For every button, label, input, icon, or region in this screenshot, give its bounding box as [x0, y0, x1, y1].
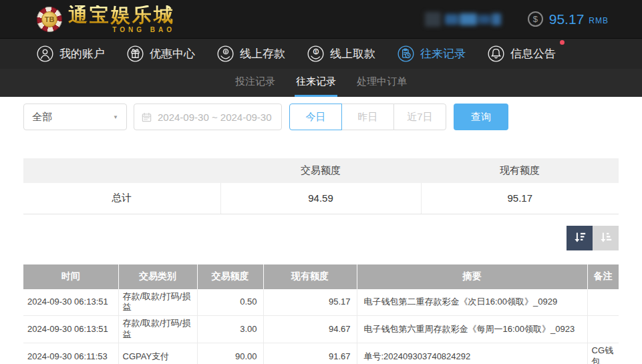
cell-summary: 电子钱包第六重周存款彩金《每周一16:00领取》_0923	[357, 316, 587, 343]
logo[interactable]: TB 通宝娱乐城 TONG BAO	[37, 5, 175, 33]
sort-ascending-icon	[599, 230, 613, 245]
dollar-glyph: $	[315, 49, 317, 54]
filter-bar: 全部 ▼ 2024-09-30 ~ 2024-09-30 今日 昨日 近7日 查…	[23, 104, 619, 130]
cell-summary: 单号:202409303740824292	[357, 343, 587, 364]
nav-label: 往来记录	[420, 46, 466, 61]
nav-label: 信息公告	[510, 46, 556, 61]
nav-item-online-deposit[interactable]: 线上存款	[217, 45, 285, 62]
query-button[interactable]: 查询	[454, 104, 508, 130]
cell-amount: 0.50	[197, 289, 263, 316]
col-header-amount: 交易额度	[197, 264, 263, 289]
content: 全部 ▼ 2024-09-30 ~ 2024-09-30 今日 昨日 近7日 查…	[0, 104, 642, 364]
summary-header-empty	[23, 158, 220, 183]
tab-transaction-records[interactable]: 往来记录	[295, 69, 337, 97]
sort-bar	[23, 226, 619, 250]
quick-range-group: 今日 昨日 近7日	[289, 104, 446, 130]
col-header-remark: 备注	[587, 264, 619, 289]
nav-item-transaction-records[interactable]: 往来记录	[397, 45, 466, 62]
col-header-time: 时间	[23, 264, 118, 289]
summary-total-label: 总计	[23, 183, 220, 214]
logo-subtitle: TONG BAO	[112, 27, 175, 33]
withdraw-hand-dollar-icon: $	[307, 45, 324, 62]
records-clipboard-icon	[397, 45, 414, 62]
date-range-input[interactable]: 2024-09-30 ~ 2024-09-30	[134, 104, 282, 130]
nav-item-my-account[interactable]: 我的账户	[37, 45, 105, 62]
summary-header-row: 交易额度 现有额度	[23, 158, 619, 183]
nav-item-announcements[interactable]: 信息公告	[488, 45, 556, 62]
sort-descending-button[interactable]	[567, 226, 593, 250]
cell-balance: 95.17	[263, 289, 357, 316]
logo-title: 通宝娱乐城	[68, 5, 175, 25]
nav-label: 线上存款	[240, 46, 285, 61]
cell-type: CGPAY支付	[118, 343, 197, 364]
bell-icon	[488, 45, 504, 62]
user-icon	[37, 45, 53, 62]
cell-remark	[587, 289, 619, 316]
col-header-type: 交易类别	[118, 264, 197, 289]
summary-transaction-total: 94.59	[220, 183, 421, 214]
cell-time: 2024-09-30 06:13:51	[23, 316, 118, 343]
gift-icon	[127, 45, 144, 62]
type-select-value: 全部	[32, 111, 52, 124]
sub-tab-bar: 投注记录 往来记录 处理中订单	[0, 69, 642, 97]
deposit-hand-coin-icon	[217, 45, 234, 62]
cell-type: 存款/取款/打码/损益	[118, 316, 197, 343]
calendar-icon	[141, 112, 152, 123]
cell-balance: 94.67	[263, 316, 357, 343]
range-today-button[interactable]: 今日	[289, 104, 342, 130]
header-right: $ 95.17 RMB	[425, 11, 609, 28]
records-table: 时间 交易类别 交易额度 现有额度 摘要 备注 2024-09-30 06:13…	[23, 264, 619, 364]
summary-header-current-amount: 现有额度	[421, 158, 619, 183]
cell-remark: CG钱包	[587, 343, 619, 364]
table-row: 2024-09-30 06:13:51 存款/取款/打码/损益 0.50 95.…	[23, 289, 619, 316]
cell-time: 2024-09-30 06:11:53	[23, 343, 118, 364]
nav-item-promotions[interactable]: 优惠中心	[127, 45, 195, 62]
chevron-down-icon: ▼	[113, 114, 118, 120]
cell-amount: 3.00	[197, 316, 263, 343]
col-header-summary: 摘要	[357, 264, 587, 289]
range-yesterday-button[interactable]: 昨日	[341, 104, 394, 130]
casino-chip-icon: TB	[37, 7, 62, 32]
notification-dot	[560, 40, 565, 45]
table-row: 2024-09-30 06:11:53 CGPAY支付 90.00 91.67 …	[23, 343, 619, 364]
summary-header-transaction-amount: 交易额度	[220, 158, 421, 183]
tab-processing-orders[interactable]: 处理中订单	[355, 69, 408, 97]
cell-remark	[587, 316, 619, 343]
cell-type: 存款/取款/打码/损益	[118, 289, 197, 316]
balance-amount: 95.17	[549, 11, 585, 27]
records-header-row: 时间 交易类别 交易额度 现有额度 摘要 备注	[23, 264, 619, 289]
summary-total-row: 总计 94.59 95.17	[23, 183, 619, 214]
date-range-value: 2024-09-30 ~ 2024-09-30	[158, 112, 272, 123]
dollar-glyph: $	[533, 14, 538, 24]
blurred-username	[425, 11, 501, 28]
logo-text: 通宝娱乐城 TONG BAO	[68, 5, 175, 33]
range-last7days-button[interactable]: 近7日	[393, 104, 446, 130]
col-header-balance: 现有额度	[263, 264, 357, 289]
dollar-icon: $	[528, 11, 543, 27]
nav-label: 优惠中心	[150, 46, 195, 61]
cell-amount: 90.00	[197, 343, 263, 364]
nav-item-online-withdrawal[interactable]: $ 线上取款	[307, 45, 375, 62]
type-select[interactable]: 全部 ▼	[23, 104, 127, 130]
nav-label: 线上取款	[330, 46, 375, 61]
table-row: 2024-09-30 06:13:51 存款/取款/打码/损益 3.00 94.…	[23, 316, 619, 343]
cell-summary: 电子钱包第二重存款彩金《次日16:00领取》_0929	[357, 289, 587, 316]
balance-display: $ 95.17 RMB	[528, 11, 609, 27]
cell-time: 2024-09-30 06:13:51	[23, 289, 118, 316]
chip-label: TB	[45, 15, 55, 23]
sort-descending-icon	[573, 230, 587, 245]
main-nav: 我的账户 优惠中心 线上存款 $ 线上取款	[0, 38, 642, 69]
app-header: TB 通宝娱乐城 TONG BAO $ 95.17 RMB	[0, 0, 642, 38]
cell-balance: 91.67	[263, 343, 357, 364]
summary-table: 交易额度 现有额度 总计 94.59 95.17	[23, 158, 619, 214]
balance-currency: RMB	[589, 13, 609, 25]
summary-balance-total: 95.17	[421, 183, 619, 214]
sort-ascending-button[interactable]	[593, 226, 619, 250]
nav-label: 我的账户	[59, 46, 105, 61]
tab-betting-records[interactable]: 投注记录	[234, 69, 277, 97]
